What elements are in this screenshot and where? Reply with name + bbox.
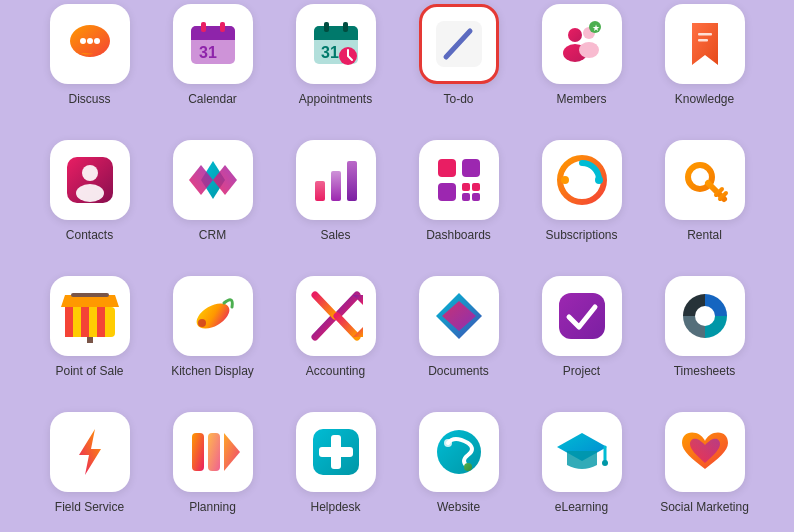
svg-point-80 (602, 460, 608, 466)
svg-point-1 (80, 38, 86, 44)
svg-rect-28 (698, 39, 708, 42)
app-website[interactable]: Website (401, 406, 516, 532)
appointments-icon-wrapper: 31 (296, 4, 376, 84)
members-label: Members (556, 92, 606, 106)
appointments-label: Appointments (299, 92, 372, 106)
discuss-label: Discuss (68, 92, 110, 106)
svg-marker-68 (79, 429, 101, 475)
app-elearning[interactable]: eLearning (524, 406, 639, 532)
dashboards-icon (432, 153, 486, 207)
svg-rect-14 (324, 22, 329, 32)
svg-point-30 (82, 165, 98, 181)
svg-point-23 (579, 42, 599, 58)
svg-marker-26 (692, 23, 718, 65)
svg-rect-53 (65, 307, 73, 337)
todo-icon (432, 17, 486, 71)
svg-rect-57 (87, 337, 93, 343)
svg-rect-43 (462, 193, 470, 201)
knowledge-label: Knowledge (675, 92, 734, 106)
svg-rect-58 (71, 293, 109, 297)
svg-point-47 (561, 176, 569, 184)
timesheets-icon-wrapper (665, 276, 745, 356)
project-icon (555, 289, 609, 343)
svg-rect-39 (462, 159, 480, 177)
knowledge-icon (678, 17, 732, 71)
members-icon: ★ (555, 17, 609, 71)
app-subscriptions[interactable]: Subscriptions (524, 134, 639, 262)
svg-rect-36 (331, 171, 341, 201)
app-kitchendisplay[interactable]: Kitchen Display (155, 270, 270, 398)
svg-point-76 (464, 463, 472, 471)
svg-rect-7 (191, 34, 235, 40)
todo-icon-wrapper (419, 4, 499, 84)
app-helpdesk[interactable]: Helpdesk (278, 406, 393, 532)
svg-rect-55 (97, 307, 105, 337)
app-planning[interactable]: Planning (155, 406, 270, 532)
app-crm[interactable]: CRM (155, 134, 270, 262)
app-appointments[interactable]: 31 Appointments (278, 0, 393, 126)
svg-rect-44 (472, 193, 480, 201)
svg-text:★: ★ (592, 23, 600, 33)
subscriptions-label: Subscriptions (545, 228, 617, 242)
app-fieldservice[interactable]: Field Service (32, 406, 147, 532)
accounting-icon-wrapper (296, 276, 376, 356)
svg-marker-71 (224, 433, 240, 471)
contacts-icon-wrapper (50, 140, 130, 220)
planning-icon-wrapper (173, 412, 253, 492)
project-label: Project (563, 364, 600, 378)
elearning-icon (555, 425, 609, 479)
app-members[interactable]: ★ Members (524, 0, 639, 126)
svg-rect-27 (698, 33, 712, 36)
discuss-icon-wrapper (50, 4, 130, 84)
svg-rect-41 (462, 183, 470, 191)
svg-rect-35 (315, 181, 325, 201)
crm-icon (186, 153, 240, 207)
app-timesheets[interactable]: Timesheets (647, 270, 762, 398)
discuss-icon (63, 17, 117, 71)
app-discuss[interactable]: Discuss (32, 0, 147, 126)
socialmarketing-icon (678, 425, 732, 479)
sales-label: Sales (320, 228, 350, 242)
app-contacts[interactable]: Contacts (32, 134, 147, 262)
app-knowledge[interactable]: Knowledge (647, 0, 762, 126)
app-documents[interactable]: Documents (401, 270, 516, 398)
svg-text:31: 31 (199, 44, 217, 61)
kitchendisplay-label: Kitchen Display (171, 364, 254, 378)
svg-rect-15 (343, 22, 348, 32)
helpdesk-icon-wrapper (296, 412, 376, 492)
helpdesk-label: Helpdesk (310, 500, 360, 514)
accounting-label: Accounting (306, 364, 365, 378)
fieldservice-icon (63, 425, 117, 479)
app-rental[interactable]: Rental (647, 134, 762, 262)
socialmarketing-icon-wrapper (665, 412, 745, 492)
calendar-label: Calendar (188, 92, 237, 106)
svg-point-67 (695, 306, 715, 326)
svg-rect-37 (347, 161, 357, 201)
sales-icon-wrapper (296, 140, 376, 220)
pointofsale-icon-wrapper (50, 276, 130, 356)
knowledge-icon-wrapper (665, 4, 745, 84)
app-todo[interactable]: To-do (401, 0, 516, 126)
socialmarketing-label: Social Marketing (660, 500, 749, 514)
calendar-icon: 31 (185, 16, 241, 72)
appointments-icon: 31 (308, 16, 364, 72)
accounting-icon (309, 289, 363, 343)
app-project[interactable]: Project (524, 270, 639, 398)
svg-point-46 (595, 176, 603, 184)
app-dashboards[interactable]: Dashboards (401, 134, 516, 262)
sales-icon (309, 153, 363, 207)
app-sales[interactable]: Sales (278, 134, 393, 262)
app-socialmarketing[interactable]: Social Marketing (647, 406, 762, 532)
app-calendar[interactable]: 31 Calendar (155, 0, 270, 126)
svg-rect-9 (220, 22, 225, 32)
dashboards-icon-wrapper (419, 140, 499, 220)
app-pointofsale[interactable]: Point of Sale (32, 270, 147, 398)
svg-point-31 (76, 184, 104, 202)
pointofsale-label: Point of Sale (55, 364, 123, 378)
svg-rect-8 (201, 22, 206, 32)
app-accounting[interactable]: Accounting (278, 270, 393, 398)
dashboards-label: Dashboards (426, 228, 491, 242)
rental-icon (678, 153, 732, 207)
timesheets-label: Timesheets (674, 364, 736, 378)
contacts-icon (63, 153, 117, 207)
